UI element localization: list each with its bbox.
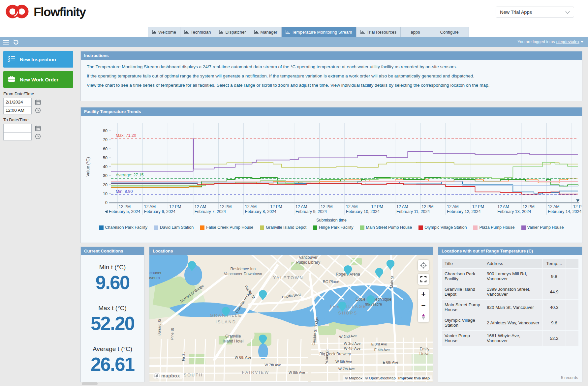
refresh-icon[interactable] — [13, 39, 19, 47]
legend-item-olympic-village-station[interactable]: Olympic Village Station — [418, 225, 467, 230]
facility-pin[interactable] — [338, 302, 346, 313]
facility-pin[interactable] — [366, 295, 375, 307]
legend-item-main-street-pump-house[interactable]: Main Street Pump House — [360, 225, 412, 230]
legend-swatch — [313, 225, 317, 230]
tab-temperature-monitoring-stream[interactable]: Temperature Monitoring Stream — [282, 27, 356, 37]
column-header[interactable]: Temp.... — [543, 259, 566, 268]
row-spacer — [566, 315, 578, 330]
legend-swatch — [99, 225, 104, 230]
attribution-link[interactable]: © OpenStreetMap — [365, 376, 396, 380]
table-row[interactable]: Olympic Village Station2 Athletes Way, V… — [442, 315, 578, 330]
to-date-input[interactable] — [3, 124, 32, 132]
instruction-paragraph: If the operating temperature falls out o… — [87, 74, 576, 78]
button-label: New Work Order — [20, 77, 58, 82]
chart-x-axis-title: Submission time — [81, 218, 581, 223]
zoom-in-button[interactable]: + — [418, 289, 429, 300]
instructions-panel: Instructions The Temperature Monitoring … — [80, 51, 582, 101]
clock-icon[interactable] — [35, 134, 41, 139]
temperature-chart[interactable]: 01020304050607080Value (°C)Max: 71.20Ave… — [81, 117, 581, 218]
tab-configure[interactable]: Configure — [430, 27, 469, 37]
attribution-link[interactable]: Improve this map — [398, 376, 430, 380]
user-menu-caret-icon[interactable] — [581, 41, 583, 43]
briefcase-icon — [8, 76, 15, 83]
facility-pin[interactable] — [387, 260, 395, 272]
table-row[interactable]: Charelson Park Facility900 Lameys Mill R… — [442, 269, 578, 284]
svg-text:February 5, 2024: February 5, 2024 — [109, 209, 140, 214]
svg-text:80: 80 — [103, 129, 108, 133]
metric-label: Average t (°C) — [81, 345, 144, 353]
legend-label: David Lam Station — [160, 225, 194, 230]
legend-item-david-lam-station[interactable]: David Lam Station — [154, 225, 194, 230]
mapbox-logo[interactable]: mapbox — [153, 372, 183, 379]
svg-text:12 AM: 12 AM — [295, 204, 307, 209]
tab-label: Welcome — [158, 30, 176, 35]
map-label: BC Place — [323, 279, 339, 284]
calendar-icon[interactable] — [35, 125, 41, 131]
row-title: Granville Island Depot — [442, 284, 484, 299]
row-title: Charelson Park Facility — [442, 269, 484, 284]
chevron-down-icon — [565, 10, 570, 15]
sidebar: New InspectionNew Work Order From Date/T… — [3, 51, 73, 140]
chart-icon — [219, 30, 223, 34]
tab-dispatcher[interactable]: Dispatcher — [215, 27, 250, 37]
legend-item-granville-island-depot[interactable]: Granville Island Depot — [260, 225, 306, 230]
attribution-link[interactable]: © Mapbox — [345, 376, 362, 380]
svg-text:12 PM: 12 PM — [422, 204, 434, 209]
new-inspection-button[interactable]: New Inspection — [3, 51, 73, 68]
tab-technician[interactable]: Technician — [180, 27, 215, 37]
legend-swatch — [260, 225, 264, 230]
tab-welcome[interactable]: Welcome — [148, 27, 180, 37]
facility-pin[interactable] — [344, 265, 352, 277]
facility-pin[interactable] — [222, 307, 230, 319]
facility-pin[interactable] — [375, 268, 383, 280]
menu-icon[interactable] — [3, 40, 9, 45]
chart-icon — [254, 30, 259, 34]
from-date-input[interactable] — [3, 98, 32, 106]
facility-pin[interactable] — [259, 335, 267, 346]
svg-text:30: 30 — [103, 173, 108, 178]
tab-label: Technician — [191, 30, 211, 35]
app-selector-dropdown[interactable]: New Trial Apps — [496, 7, 574, 17]
row-spacer — [566, 284, 578, 299]
horizontal-scrollbar-thumb[interactable] — [82, 382, 98, 385]
chart-icon — [184, 30, 189, 34]
svg-text:10: 10 — [103, 192, 108, 196]
zoom-out-button[interactable]: − — [418, 300, 429, 311]
map-label: Vancouver Public Library — [296, 255, 320, 265]
column-header[interactable]: Address — [484, 259, 542, 268]
table-row[interactable]: Granville Island Depot1399 Johnston Stre… — [442, 284, 578, 299]
table-row[interactable]: Main Street Pump House920 Main St, Vanco… — [442, 300, 578, 315]
new-work-order-button[interactable]: New Work Order — [3, 71, 73, 88]
legend-item-false-creek-pump-house[interactable]: False Creek Pump House — [200, 225, 253, 230]
legend-label: Olympic Village Station — [424, 225, 467, 230]
legend-swatch — [154, 225, 158, 230]
legend-swatch — [473, 225, 478, 230]
flowfinity-logo-icon — [5, 3, 30, 21]
svg-text:12 AM: 12 AM — [245, 204, 257, 209]
tab-apps[interactable]: apps — [401, 27, 430, 37]
tab-trial-resources[interactable]: Trial Resources — [356, 27, 401, 37]
row-temp: 9.6 — [543, 315, 566, 330]
column-header[interactable]: Title — [442, 259, 484, 268]
svg-text:12 AM: 12 AM — [346, 204, 357, 209]
from-time-input[interactable] — [3, 106, 32, 114]
table-row[interactable]: Vanier Pump House1661 Whyte Ave, Vancouv… — [442, 331, 578, 346]
legend-item-charelson-park-facility[interactable]: Charelson Park Facility — [99, 225, 148, 230]
calendar-icon[interactable] — [35, 99, 41, 105]
tab-manager[interactable]: Manager — [250, 27, 282, 37]
facility-pin[interactable] — [259, 290, 267, 302]
legend-item-plaza-pump-house[interactable]: Plaza Pump House — [473, 225, 514, 230]
facility-pin[interactable] — [188, 261, 196, 273]
legend-item-hinge-park-facility[interactable]: Hinge Park Facility — [313, 225, 353, 230]
toolbar: You are logged in as olegdev\alex — [0, 37, 588, 47]
fullscreen-button[interactable] — [418, 274, 429, 285]
to-time-input[interactable] — [3, 132, 32, 140]
clock-icon[interactable] — [35, 107, 41, 113]
legend-item-vanier-pump-house[interactable]: Vanier Pump House — [521, 225, 564, 230]
map-canvas[interactable]: Vancouver Public LibraryRogers ArenaBC P… — [149, 255, 433, 382]
metric-label: Min t (°C) — [81, 264, 144, 271]
geolocate-button[interactable] — [418, 260, 429, 271]
username-link[interactable]: olegdev\alex — [556, 40, 579, 44]
compass-button[interactable] — [418, 311, 429, 322]
map-label: Main St — [389, 276, 394, 288]
